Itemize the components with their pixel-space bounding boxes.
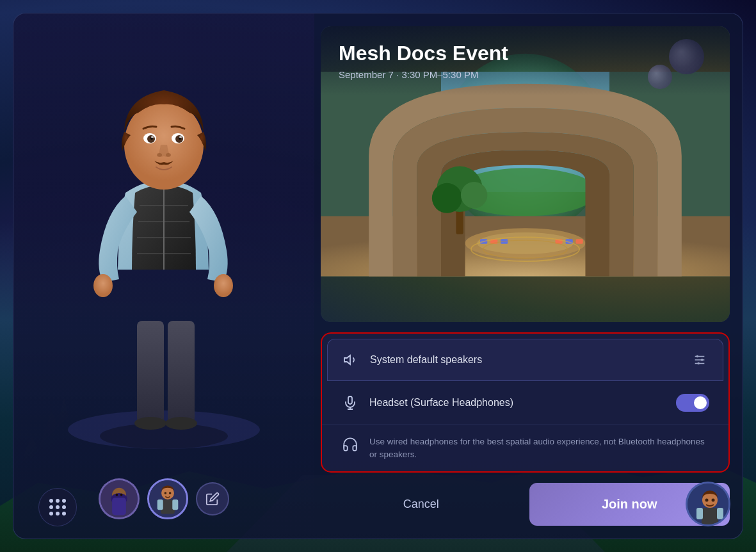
avatar-bottom-bar xyxy=(99,478,229,519)
speakers-icon xyxy=(342,351,360,369)
svg-point-72 xyxy=(705,499,709,502)
svg-point-21 xyxy=(151,136,154,138)
svg-rect-35 xyxy=(172,499,178,510)
svg-point-11 xyxy=(93,274,113,297)
microphone-icon xyxy=(341,394,359,412)
speakers-label: System default speakers xyxy=(370,354,680,366)
avatar-thumbnail-2[interactable] xyxy=(147,478,188,519)
event-preview: Mesh Docs Event September 7 · 3:30 PM–5:… xyxy=(321,26,730,322)
svg-rect-70 xyxy=(696,508,703,519)
svg-rect-28 xyxy=(112,498,126,515)
svg-rect-3 xyxy=(168,321,195,423)
svg-marker-57 xyxy=(344,355,350,364)
svg-point-30 xyxy=(120,494,123,496)
dot-5 xyxy=(56,505,60,509)
speakers-row: System default speakers xyxy=(327,339,723,381)
edit-avatar-button[interactable] xyxy=(196,482,229,515)
avatar-display xyxy=(42,13,286,462)
microphone-label: Headset (Surface Headphones) xyxy=(369,397,666,409)
dot-6 xyxy=(62,505,66,509)
svg-point-4 xyxy=(134,417,166,430)
svg-point-5 xyxy=(165,417,197,430)
user-avatar-button[interactable] xyxy=(686,482,730,526)
cancel-button[interactable]: Cancel xyxy=(321,483,522,526)
svg-rect-50 xyxy=(575,239,583,244)
apps-nav-button[interactable] xyxy=(38,488,77,526)
audio-info-text: Use wired headphones for the best spatia… xyxy=(369,435,709,462)
svg-point-73 xyxy=(712,499,715,502)
svg-rect-69 xyxy=(702,508,718,526)
svg-point-63 xyxy=(697,362,700,364)
dot-9 xyxy=(62,512,66,515)
dot-1 xyxy=(49,499,53,503)
event-info-overlay: Mesh Docs Event September 7 · 3:30 PM–5:… xyxy=(321,26,730,95)
svg-rect-2 xyxy=(137,321,164,423)
microphone-toggle[interactable] xyxy=(676,394,709,412)
event-section: Mesh Docs Event September 7 · 3:30 PM–5:… xyxy=(314,13,743,539)
headphones-info-icon xyxy=(341,435,359,453)
svg-point-23 xyxy=(157,153,162,157)
dot-7 xyxy=(49,512,53,515)
svg-rect-64 xyxy=(348,396,352,404)
main-panel: Mesh Docs Event September 7 · 3:30 PM–5:… xyxy=(13,13,743,539)
svg-point-37 xyxy=(169,492,172,494)
svg-point-12 xyxy=(214,274,233,297)
svg-point-62 xyxy=(701,359,704,361)
dots-grid xyxy=(49,499,66,515)
audio-settings-icon[interactable] xyxy=(691,351,709,369)
dot-3 xyxy=(62,499,66,503)
svg-point-61 xyxy=(696,355,699,357)
avatar-section xyxy=(13,13,314,539)
svg-point-54 xyxy=(461,182,487,208)
avatar-thumbnail-1[interactable] xyxy=(99,478,140,519)
svg-point-24 xyxy=(166,153,171,157)
dot-4 xyxy=(49,505,53,509)
svg-point-1 xyxy=(100,423,228,449)
dot-8 xyxy=(56,512,60,515)
audio-info-row: Use wired headphones for the best spatia… xyxy=(322,425,728,472)
svg-rect-71 xyxy=(717,508,723,519)
event-date: September 7 · 3:30 PM–5:30 PM xyxy=(339,69,712,80)
event-title: Mesh Docs Event xyxy=(339,42,712,65)
audio-settings-panel: System default speakers xyxy=(321,332,730,473)
action-buttons: Cancel Join now xyxy=(321,483,730,526)
microphone-row: Headset (Surface Headphones) xyxy=(322,381,728,425)
svg-point-36 xyxy=(165,492,167,494)
svg-point-53 xyxy=(432,183,462,213)
svg-point-22 xyxy=(179,136,182,138)
dot-2 xyxy=(56,499,60,503)
svg-rect-34 xyxy=(157,499,163,510)
svg-point-29 xyxy=(116,494,118,496)
